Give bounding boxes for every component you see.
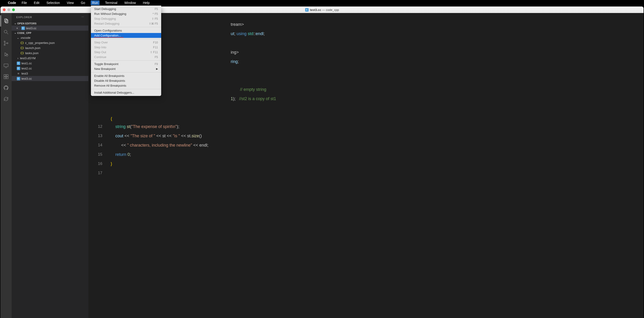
svg-rect-13 <box>4 77 6 79</box>
open-editor-item[interactable]: ×Ctest3.cc <box>12 25 88 31</box>
menu-item-new-breakpoint[interactable]: New Breakpoint▶ <box>91 66 161 71</box>
menu-item-run-without-debugging[interactable]: Run Without Debugging^ F5 <box>91 11 161 16</box>
cpp-file-icon: C <box>305 8 308 12</box>
menu-go[interactable]: Go <box>79 0 86 5</box>
svg-rect-0 <box>5 19 7 22</box>
svg-line-3 <box>7 33 8 34</box>
explorer-icon[interactable] <box>0 15 12 26</box>
file-item[interactable]: Ctest1.cc <box>12 61 88 66</box>
menu-item-step-into: Step IntoF11 <box>91 45 161 50</box>
file-item[interactable]: {}c_cpp_properties.json <box>12 40 88 45</box>
svg-point-4 <box>4 41 5 42</box>
macos-menubar: Code FileEditSelectionViewGoRunTerminalW… <box>0 0 644 5</box>
menu-item-add-configuration-[interactable]: Add Configuration... <box>91 33 161 38</box>
run-menu-dropdown: Start DebuggingF5Run Without Debugging^ … <box>91 5 161 96</box>
menu-window[interactable]: Window <box>123 0 138 5</box>
svg-rect-11 <box>4 75 6 76</box>
workspace-header[interactable]: ⌄CODE_CPP <box>12 31 88 35</box>
folder-item[interactable]: ⌄.vscode <box>12 35 88 40</box>
file-item[interactable]: Ctest2.cc <box>12 66 88 71</box>
zoom-window-button[interactable] <box>12 8 15 11</box>
search-icon[interactable] <box>0 26 12 38</box>
menu-terminal[interactable]: Terminal <box>104 0 119 5</box>
menu-help[interactable]: Help <box>142 0 151 5</box>
minimize-window-button[interactable] <box>8 8 10 11</box>
traffic-lights <box>3 8 15 11</box>
menu-item-start-debugging[interactable]: Start DebuggingF5 <box>91 6 161 11</box>
svg-rect-12 <box>6 75 8 76</box>
svg-point-2 <box>4 30 7 33</box>
menu-item-open-configurations[interactable]: Open Configurations <box>91 28 161 33</box>
menu-item-install-additional-debuggers-[interactable]: Install Additional Debuggers... <box>91 90 161 95</box>
menu-item-remove-all-breakpoints[interactable]: Remove All Breakpoints <box>91 83 161 88</box>
run-debug-icon[interactable] <box>0 49 12 60</box>
menu-item-continue: ContinueF5 <box>91 55 161 59</box>
editor-area[interactable]: 121314151617 tream>ut; using std::endl;i… <box>88 13 644 318</box>
menu-selection[interactable]: Selection <box>45 0 62 5</box>
source-control-icon[interactable] <box>0 38 12 49</box>
menu-run[interactable]: Run <box>91 0 100 5</box>
close-icon[interactable]: × <box>16 26 20 30</box>
explorer-sidebar: EXPLORER ⋯ ⌄OPEN EDITORS ×Ctest3.cc ⌄COD… <box>12 13 88 318</box>
svg-rect-9 <box>4 64 8 67</box>
menu-item-step-out: Step Out⇧ F11 <box>91 50 161 55</box>
file-item[interactable]: {}tasks.json <box>12 50 88 55</box>
remote-icon[interactable] <box>0 60 12 71</box>
file-item[interactable]: ≡test3 <box>12 71 88 76</box>
close-window-button[interactable] <box>3 8 6 11</box>
window-title: test3.cc — code_cpp <box>310 8 339 12</box>
sync-icon[interactable] <box>0 93 12 105</box>
svg-rect-1 <box>6 20 8 23</box>
open-editors-header[interactable]: ⌄OPEN EDITORS <box>12 21 88 25</box>
svg-rect-14 <box>6 77 8 79</box>
menu-item-step-over: Step OverF10 <box>91 40 161 45</box>
activity-bar <box>0 13 12 318</box>
menu-item-disable-all-breakpoints[interactable]: Disable All Breakpoints <box>91 78 161 83</box>
menu-item-stop-debugging: Stop Debugging⇧ F5 <box>91 16 161 21</box>
menu-item-enable-all-breakpoints[interactable]: Enable All Breakpoints <box>91 73 161 78</box>
app-name[interactable]: Code <box>8 1 16 5</box>
extensions-icon[interactable] <box>0 71 12 82</box>
menu-file[interactable]: File <box>20 0 28 5</box>
explorer-more-icon[interactable]: ⋯ <box>82 15 84 18</box>
menu-item-toggle-breakpoint[interactable]: Toggle BreakpointF9 <box>91 62 161 66</box>
folder-item[interactable]: ›test3.dSYM <box>12 55 88 61</box>
github-icon[interactable] <box>0 82 12 93</box>
file-item[interactable]: Ctest3.cc <box>12 76 88 81</box>
menu-edit[interactable]: Edit <box>32 0 41 5</box>
svg-point-5 <box>4 44 5 45</box>
menu-view[interactable]: View <box>65 0 75 5</box>
svg-point-6 <box>7 43 8 44</box>
explorer-title: EXPLORER <box>16 16 32 18</box>
file-item[interactable]: {}launch.json <box>12 45 88 50</box>
menu-item-restart-debugging: Restart Debugging⇧⌘ F5 <box>91 21 161 26</box>
